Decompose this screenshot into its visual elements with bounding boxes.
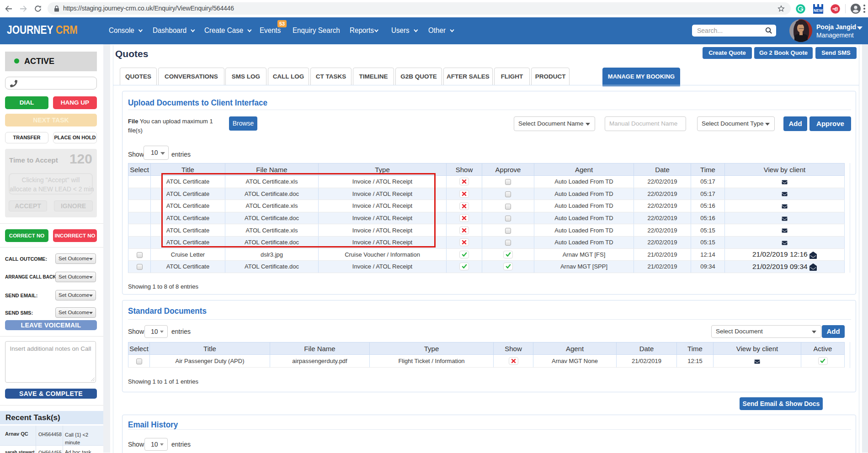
- svg-text:NEW: NEW: [814, 8, 823, 13]
